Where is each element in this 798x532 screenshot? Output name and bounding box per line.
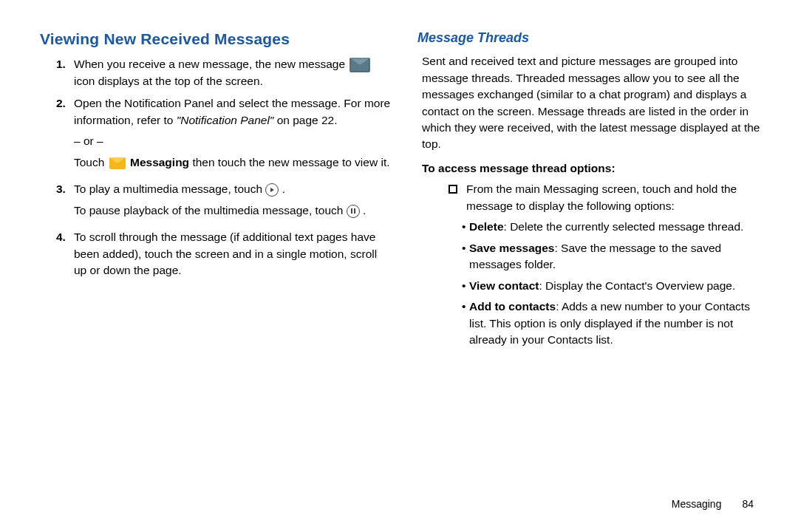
step-number: 4. bbox=[56, 229, 74, 279]
step3-text-a: To play a multimedia message, touch bbox=[74, 183, 265, 195]
heading-viewing-messages: Viewing New Received Messages bbox=[40, 28, 391, 50]
option-view-contact: • View contact: Display the Contact's Ov… bbox=[462, 278, 768, 294]
option-text: Add to contacts: Adds a new number to yo… bbox=[469, 299, 768, 348]
step-body: To play a multimedia message, touch . To… bbox=[74, 181, 391, 223]
step-body: When you receive a new message, the new … bbox=[74, 56, 391, 89]
option-text: Save messages: Save the message to the s… bbox=[469, 240, 768, 273]
square-bullet-item: From the main Messaging screen, touch an… bbox=[417, 181, 768, 214]
step2c-3: then touch the new message to view it. bbox=[189, 156, 389, 168]
left-column: Viewing New Received Messages 1. When yo… bbox=[40, 28, 391, 353]
opt-label: Delete bbox=[469, 220, 504, 233]
step-body: Open the Notification Panel and select t… bbox=[74, 95, 391, 175]
step1-text-a: When you receive a new message, the new … bbox=[74, 58, 345, 70]
page-footer: Messaging84 bbox=[672, 497, 754, 511]
options-list: • Delete: Delete the currently selected … bbox=[417, 219, 768, 348]
step3-para-b: To pause playback of the multimedia mess… bbox=[74, 202, 391, 219]
option-text: Delete: Delete the currently selected me… bbox=[469, 219, 743, 235]
step-number: 3. bbox=[56, 181, 74, 223]
bullet-dot: • bbox=[462, 240, 469, 273]
step-number: 1. bbox=[56, 56, 74, 89]
right-column: Message Threads Sent and received text a… bbox=[417, 28, 768, 353]
bullet-dot: • bbox=[462, 278, 469, 294]
opt-desc: : Delete the currently selected message … bbox=[504, 220, 744, 233]
step2-para-c: Touch Messaging then touch the new messa… bbox=[74, 154, 391, 171]
step-3: 3. To play a multimedia message, touch .… bbox=[40, 181, 391, 223]
footer-page-number: 84 bbox=[742, 498, 754, 510]
step2c-messaging-label: Messaging bbox=[127, 156, 189, 168]
step3-para-a: To play a multimedia message, touch . bbox=[74, 181, 391, 197]
step-body: To scroll through the message (if additi… bbox=[74, 229, 391, 279]
bullet-dot: • bbox=[462, 299, 469, 348]
step2-ref: "Notification Panel" bbox=[177, 114, 274, 126]
option-delete: • Delete: Delete the currently selected … bbox=[462, 219, 768, 235]
opt-label: View contact bbox=[469, 279, 539, 292]
messaging-icon bbox=[109, 157, 126, 169]
pause-icon bbox=[347, 205, 360, 218]
option-text: View contact: Display the Contact's Over… bbox=[469, 278, 735, 294]
step2-para-a: Open the Notification Panel and select t… bbox=[74, 95, 391, 129]
footer-section: Messaging bbox=[672, 498, 722, 510]
step-1: 1. When you receive a new message, the n… bbox=[40, 56, 391, 89]
square-bullet-icon bbox=[449, 185, 457, 194]
opt-desc: : Display the Contact's Overview page. bbox=[539, 279, 735, 292]
threads-intro: Sent and received text and picture messa… bbox=[417, 53, 768, 153]
step-number: 2. bbox=[56, 95, 74, 175]
step1-text-b: icon displays at the top of the screen. bbox=[74, 75, 263, 87]
opt-label: Save messages bbox=[469, 242, 554, 254]
subheading-message-threads: Message Threads bbox=[417, 28, 768, 47]
or-separator: – or – bbox=[74, 133, 391, 149]
square-bullet-text: From the main Messaging screen, touch an… bbox=[466, 181, 768, 214]
step-4: 4. To scroll through the message (if add… bbox=[40, 229, 391, 279]
step-2: 2. Open the Notification Panel and selec… bbox=[40, 95, 391, 175]
step2-text-b: on page 22. bbox=[273, 114, 337, 126]
envelope-icon bbox=[349, 58, 370, 72]
step3-text-b: To pause playback of the multimedia mess… bbox=[74, 204, 347, 216]
option-save-messages: • Save messages: Save the message to the… bbox=[462, 240, 768, 273]
bullet-dot: • bbox=[462, 219, 469, 235]
opt-label: Add to contacts bbox=[469, 300, 556, 313]
step2c-1: Touch bbox=[74, 156, 108, 168]
play-icon bbox=[265, 183, 279, 197]
access-options-heading: To access message thread options: bbox=[417, 160, 768, 177]
page-content: Viewing New Received Messages 1. When yo… bbox=[0, 0, 798, 368]
option-add-to-contacts: • Add to contacts: Adds a new number to … bbox=[462, 299, 768, 348]
